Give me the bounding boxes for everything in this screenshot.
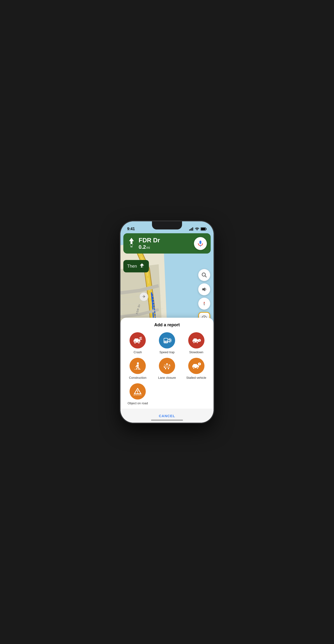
then-direction-icon	[139, 262, 145, 270]
compass-icon	[202, 301, 207, 306]
nav-header: FDR Dr 0.2mi	[123, 233, 211, 254]
bottom-sheet: Add a report Crash	[120, 318, 214, 423]
svg-rect-50	[168, 368, 169, 369]
speed-trap-label: Speed trap	[159, 350, 175, 354]
svg-marker-27	[204, 304, 205, 306]
svg-rect-6	[206, 228, 207, 230]
then-banner: Then	[123, 260, 149, 272]
svg-rect-3	[192, 227, 193, 231]
nav-distance-value: 0.2	[138, 244, 146, 250]
object-on-road-icon	[133, 387, 143, 396]
speed-trap-icon	[162, 336, 172, 345]
svg-marker-26	[204, 302, 205, 304]
lane-closure-report-item[interactable]: Lane closure	[154, 358, 180, 380]
slowdown-icon: !	[191, 336, 201, 345]
crash-label: Crash	[134, 350, 142, 354]
crash-icon-circle	[130, 332, 146, 348]
cancel-button[interactable]: CANCEL	[124, 413, 210, 419]
phone-screen: 9:41	[120, 221, 214, 423]
svg-rect-38	[164, 341, 165, 342]
search-icon	[202, 272, 207, 278]
svg-rect-37	[164, 338, 168, 341]
svg-rect-33	[134, 338, 138, 340]
slowdown-icon-circle: !	[188, 332, 204, 348]
nav-distance: 0.2mi	[138, 244, 191, 250]
svg-text:!: !	[199, 363, 200, 366]
notch	[152, 221, 182, 230]
nav-distance-unit: mi	[146, 246, 150, 250]
status-icons	[189, 227, 207, 231]
svg-text:!: !	[199, 340, 200, 342]
svg-text:✈: ✈	[142, 294, 146, 299]
stalled-vehicle-report-item[interactable]: ! Stalled vehicle	[183, 358, 210, 380]
lane-closure-icon	[162, 362, 172, 370]
svg-rect-53	[193, 364, 197, 366]
svg-line-24	[205, 276, 206, 277]
report-grid: Crash Speed trap	[120, 332, 214, 405]
construction-label: Construction	[129, 376, 146, 380]
speed-trap-icon-circle	[159, 332, 175, 348]
sound-icon	[202, 287, 207, 292]
mic-icon	[197, 240, 204, 247]
object-on-road-report-item[interactable]: Object on road	[124, 383, 151, 405]
lane-closure-label: Lane closure	[158, 376, 176, 380]
nav-street: FDR Dr	[138, 236, 191, 244]
compass-button[interactable]	[198, 298, 210, 310]
svg-point-61	[138, 392, 138, 394]
object-on-road-label: Object on road	[128, 402, 148, 405]
svg-rect-7	[201, 228, 206, 230]
nav-info: FDR Dr 0.2mi	[138, 236, 191, 250]
sheet-title: Add a report	[120, 322, 214, 328]
svg-rect-39	[166, 341, 167, 342]
stalled-vehicle-label: Stalled vehicle	[186, 376, 206, 380]
speed-trap-report-item[interactable]: Speed trap	[154, 332, 180, 354]
svg-rect-1	[190, 229, 191, 231]
construction-report-item[interactable]: Construction	[124, 358, 151, 380]
svg-point-34	[134, 342, 136, 344]
svg-point-43	[196, 342, 198, 344]
svg-rect-2	[191, 228, 192, 231]
lane-closure-icon-circle	[159, 358, 175, 374]
mic-button[interactable]	[194, 237, 207, 250]
svg-rect-60	[138, 390, 138, 392]
stalled-vehicle-icon-circle: !	[188, 358, 204, 374]
svg-point-42	[193, 342, 195, 344]
svg-rect-0	[189, 230, 190, 231]
then-label: Then	[127, 264, 137, 269]
svg-marker-25	[202, 288, 205, 291]
svg-point-54	[193, 367, 194, 369]
svg-point-35	[138, 342, 140, 344]
home-indicator	[151, 420, 183, 421]
svg-rect-49	[165, 368, 166, 369]
signal-icon	[189, 227, 194, 231]
svg-point-55	[196, 367, 198, 369]
construction-icon	[133, 362, 143, 370]
battery-icon	[201, 227, 207, 231]
svg-point-4	[197, 230, 198, 231]
sound-button[interactable]	[198, 283, 210, 295]
crash-icon	[133, 336, 143, 345]
nav-direction-icon	[127, 237, 136, 250]
crash-report-item[interactable]: Crash	[124, 332, 151, 354]
svg-point-51	[166, 363, 168, 365]
svg-rect-41	[194, 338, 197, 340]
phone-frame: 9:41	[120, 221, 214, 423]
status-time: 9:41	[127, 227, 135, 231]
stalled-vehicle-icon: !	[191, 362, 201, 370]
slowdown-report-item[interactable]: ! Slowdown	[183, 332, 210, 354]
side-buttons	[198, 269, 210, 324]
slowdown-label: Slowdown	[189, 350, 203, 354]
search-button[interactable]	[198, 269, 210, 281]
object-on-road-icon-circle	[130, 383, 146, 400]
wifi-icon	[195, 227, 199, 231]
construction-icon-circle	[130, 358, 146, 374]
svg-rect-21	[200, 241, 201, 244]
